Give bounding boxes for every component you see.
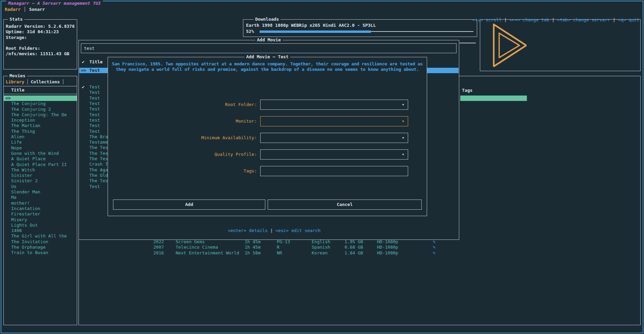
monitored-flag-icon: ✎	[433, 239, 436, 245]
minimum-availability-field: Minimum Availability: Announced ▾	[108, 133, 427, 143]
movies-list: =>Dune The ConjuringThe Conjuring 2The C…	[4, 96, 77, 256]
movie-row[interactable]: The Invitation	[4, 239, 77, 245]
movie-row[interactable]: Sinister 2	[4, 178, 77, 184]
monitored-flag-icon: ✎	[433, 250, 436, 256]
monitor-label: Monitor:	[108, 116, 257, 126]
movie-row[interactable]: Misery	[4, 217, 77, 223]
progress-fill	[260, 30, 371, 33]
movie-row[interactable]: Sinister	[4, 173, 77, 178]
quality-cell: HD-1080p	[377, 245, 398, 250]
movie-row[interactable]: Slender Man	[4, 189, 77, 195]
keybind-hint: <enter> details	[228, 228, 275, 233]
studio-cell: Next Entertainment World	[176, 250, 239, 256]
tab-collections[interactable]: Collections	[31, 79, 60, 84]
movies-tabs: Library Collections	[6, 79, 63, 84]
movie-row[interactable]: The Martian	[4, 123, 77, 128]
movie-row[interactable]: Ma	[4, 195, 77, 200]
tab-sonarr[interactable]: Sonarr	[29, 7, 45, 12]
movie-row[interactable]: The Conjuring	[4, 101, 77, 106]
cancel-button[interactable]: Cancel	[268, 200, 422, 210]
monitor-select[interactable]: Movie only ▾	[260, 116, 408, 126]
root-folder-label: Root Folder:	[108, 100, 257, 110]
divider	[4, 94, 77, 94]
movie-row[interactable]: A Quiet Place Part II	[4, 162, 77, 167]
root-folder-select[interactable]: /nfs/movies ▾	[260, 100, 408, 110]
result-title: Test	[89, 68, 100, 73]
dropdown-arrow-icon: ▾	[402, 100, 404, 109]
add-movie-popup: Add Movie — Test San Francisco, 1985. Tw…	[108, 57, 427, 216]
library-rows: 2022 Screen Gems 1h 45m PG-13 English 1.…	[79, 239, 640, 256]
downloads-panel-title: Downloads	[253, 17, 281, 22]
studio-cell: Telecinco Cinema	[176, 245, 218, 250]
stats-panel-title: Stats	[8, 17, 24, 22]
download-percent: 52%	[246, 29, 260, 34]
scrollbar-fragment[interactable]	[460, 43, 476, 43]
keybind-hint: <↑↓> scroll	[472, 17, 510, 22]
tab-library[interactable]: Library	[6, 79, 24, 84]
movie-row[interactable]: Alien	[4, 134, 77, 140]
library-table-row[interactable]: 2022 Screen Gems 1h 45m PG-13 English 1.…	[79, 239, 640, 245]
movie-row[interactable]: The Girl with All the	[4, 233, 77, 239]
library-table-row[interactable]: 2007 Telecinco Cinema 1h 45m R Spanish 0…	[79, 245, 640, 250]
root-folders-label: Root Folders:	[6, 46, 77, 51]
movie-row[interactable]: Incantation	[4, 206, 77, 211]
logo-panel	[480, 19, 641, 71]
size-cell: 1.84 GB	[345, 250, 363, 256]
size-cell: 1.95 GB	[345, 239, 363, 245]
selected-row-tags-cell[interactable]	[460, 96, 527, 101]
movie-row[interactable]: A Quiet Place	[4, 156, 77, 162]
movie-row[interactable]: The Conjuring: The De	[4, 112, 77, 118]
movie-row-selected[interactable]: =>Dune	[4, 96, 77, 101]
size-cell: 0.68 GB	[345, 245, 363, 250]
tab-separator	[25, 7, 25, 12]
movie-row[interactable]: Gone with the Wind	[4, 151, 77, 156]
quality-profile-label: Quality Profile:	[108, 149, 257, 160]
library-table-row[interactable]: 2016 Next Entertainment World 1h 58m NR …	[79, 250, 640, 256]
movie-row[interactable]: The Conjuring 2	[4, 107, 77, 112]
movie-row[interactable]: The Orphanage	[4, 245, 77, 250]
bottom-keybinds: <a> add<e> edit<o> sort<del> delete<s> s…	[5, 326, 397, 334]
language-cell: Spanish	[312, 245, 330, 250]
result-title: Test	[89, 184, 100, 189]
movie-row[interactable]: Lights Out	[4, 223, 77, 228]
movie-row[interactable]: mother!	[4, 201, 77, 206]
rating-cell: PG-13	[277, 239, 290, 245]
quality-profile-field: Quality Profile: Any ▾	[108, 149, 427, 160]
movies-panel: Movies Library Collections Title =>Dune …	[3, 76, 77, 325]
uptime: Uptime: 31d 04:31:23	[6, 29, 77, 35]
keybind-hint: <←→> change tab	[509, 17, 557, 22]
language-cell: Korean	[312, 250, 328, 256]
movie-row[interactable]: Train to Busan	[4, 250, 77, 255]
movie-search-input[interactable]	[81, 43, 457, 53]
downloads-panel: Downloads Earth 1998 1080p WEBRip x265 H…	[243, 19, 477, 37]
servarr-tabs: Radarr Sonarr	[5, 7, 45, 12]
language-cell: English	[312, 239, 330, 245]
disk-usage: Disk 1: 56%	[6, 40, 77, 46]
top-keybinds: <↑↓> scroll<←→> change tab<tab> change s…	[467, 7, 639, 22]
tab-separator	[63, 79, 63, 84]
movie-row[interactable]: Nope	[4, 145, 77, 151]
movie-row[interactable]: The Witch	[4, 167, 77, 173]
year-cell: 2007	[153, 245, 164, 250]
movie-row[interactable]: Us	[4, 184, 77, 189]
movie-row[interactable]: Life	[4, 140, 77, 145]
movie-row[interactable]: Inception	[4, 118, 77, 123]
movie-row[interactable]: The Thing	[4, 129, 77, 134]
movie-row[interactable]: Firestarter	[4, 211, 77, 217]
year-cell: 2016	[153, 250, 164, 256]
dropdown-arrow-icon: ▾	[402, 133, 404, 143]
add-movie-panel-title: Add Movie	[255, 37, 282, 42]
tags-input[interactable]	[260, 166, 408, 176]
radarr-version: Radarr Version: 5.2.6.8376	[6, 24, 77, 29]
movie-row[interactable]: 1408	[4, 228, 77, 233]
minimum-availability-select[interactable]: Announced ▾	[260, 133, 408, 143]
movies-panel-title: Movies	[8, 73, 27, 78]
runtime-cell: 1h 45m	[245, 239, 261, 245]
quality-profile-select[interactable]: Any ▾	[260, 149, 408, 160]
managarr-app: Managarr — A Servarr management TUI Rada…	[0, 0, 644, 334]
movie-rows: The ConjuringThe Conjuring 2The Conjurin…	[4, 101, 77, 255]
tab-radarr[interactable]: Radarr	[5, 7, 21, 12]
storage-label: Storage:	[6, 35, 77, 40]
add-button[interactable]: Add	[113, 200, 265, 210]
app-title: Managarr — A Servarr management TUI	[6, 1, 103, 6]
